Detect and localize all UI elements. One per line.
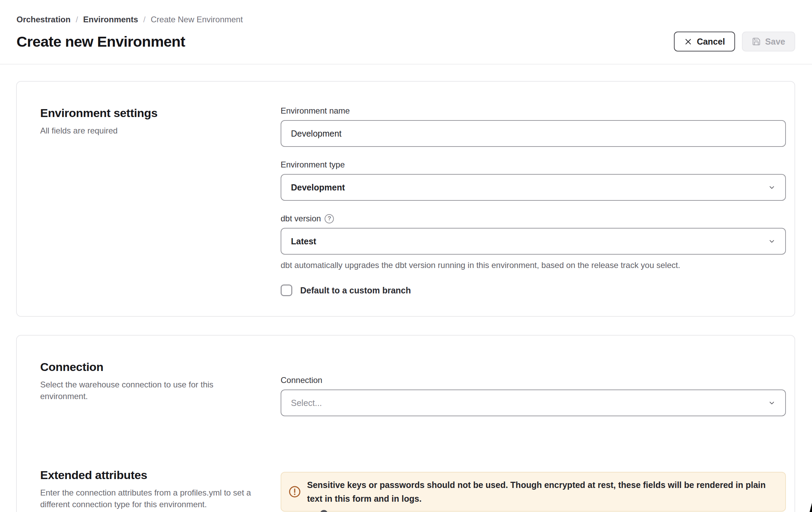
breadcrumb-separator: / xyxy=(76,14,78,25)
page-title: Create new Environment xyxy=(16,33,185,50)
corner-cursor-artifact xyxy=(810,503,812,512)
page-header: Orchestration / Environments / Create Ne… xyxy=(0,0,812,65)
cancel-button[interactable]: Cancel xyxy=(674,32,735,51)
custom-branch-row[interactable]: Default to a custom branch xyxy=(281,284,786,296)
chevron-down-icon xyxy=(768,399,776,407)
custom-branch-checkbox[interactable] xyxy=(281,284,292,296)
save-button[interactable]: Save xyxy=(742,32,795,51)
connection-description: Select the warehouse connection to use f… xyxy=(40,379,236,402)
environment-settings-card: Environment settings All fields are requ… xyxy=(16,81,795,317)
environment-name-value: Development xyxy=(291,129,341,139)
custom-branch-label: Default to a custom branch xyxy=(300,286,411,295)
connection-card: Connection Select the warehouse connecti… xyxy=(16,335,795,512)
chevron-down-icon xyxy=(768,184,776,191)
dbt-version-select[interactable]: Latest xyxy=(281,228,786,255)
environment-settings-subheading: All fields are required xyxy=(40,125,267,137)
dbt-version-helper-text: dbt automatically upgrades the dbt versi… xyxy=(281,260,786,271)
header-actions: Cancel Save xyxy=(674,32,795,51)
warning-text: Sensitive keys or passwords should not b… xyxy=(307,478,775,505)
close-icon xyxy=(684,37,692,46)
warning-icon xyxy=(288,485,301,498)
extended-attributes-heading: Extended attributes xyxy=(40,468,267,482)
environment-type-label: Environment type xyxy=(281,160,786,170)
dbt-version-value: Latest xyxy=(291,236,316,246)
environment-type-value: Development xyxy=(291,183,345,193)
connection-placeholder: Select... xyxy=(291,398,322,408)
breadcrumb-current-page: Create New Environment xyxy=(151,14,243,25)
environment-name-label: Environment name xyxy=(281,106,786,116)
connection-select[interactable]: Select... xyxy=(281,389,786,416)
environment-name-input[interactable]: Development xyxy=(281,120,786,147)
dbt-version-label: dbt version xyxy=(281,213,321,224)
connection-heading: Connection xyxy=(40,360,267,374)
sensitive-keys-warning-banner: Sensitive keys or passwords should not b… xyxy=(281,472,786,512)
breadcrumb: Orchestration / Environments / Create Ne… xyxy=(16,14,795,25)
environment-settings-heading: Environment settings xyxy=(40,106,267,120)
cancel-button-label: Cancel xyxy=(697,37,725,47)
chevron-down-icon xyxy=(768,237,776,245)
save-icon xyxy=(752,37,761,46)
extended-attributes-description: Enter the connection attributes from a p… xyxy=(40,487,255,510)
help-icon[interactable]: ? xyxy=(325,214,334,223)
environment-type-select[interactable]: Development xyxy=(281,174,786,201)
connection-label: Connection xyxy=(281,375,786,385)
breadcrumb-environments[interactable]: Environments xyxy=(83,14,138,25)
breadcrumb-separator: / xyxy=(143,14,146,25)
breadcrumb-orchestration[interactable]: Orchestration xyxy=(16,14,70,25)
save-button-label: Save xyxy=(765,37,785,47)
